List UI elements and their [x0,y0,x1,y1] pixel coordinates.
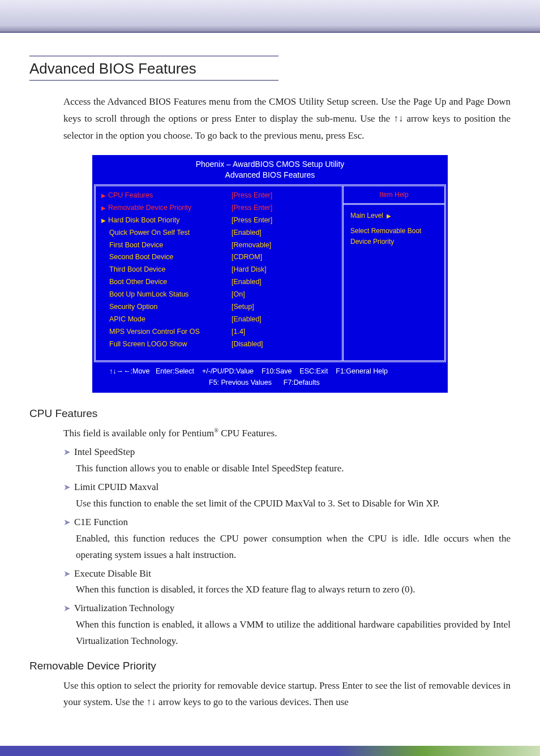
bullet-item: ➤Virtualization Technology [63,600,511,617]
bios-left-panel: ▶CPU Features[Press Enter]▶Removable Dev… [96,186,344,360]
bios-row-label-text: Boot Up NumLock Status [109,289,188,301]
bios-row-value: [Enabled] [232,313,342,326]
bios-row[interactable]: Boot Other Device[Enabled] [101,276,342,289]
bios-row-label: ▶Removable Device Priority [101,202,232,214]
bullet-description: When this function is disabled, it force… [76,582,511,598]
bios-row[interactable]: Boot Up NumLock Status[On] [101,289,342,301]
cpu-items-list: ➤Intel SpeedStepThis function allows you… [29,444,511,650]
bullet-label: Execute Disable Bit [74,566,151,582]
bios-body: ▶CPU Features[Press Enter]▶Removable Dev… [94,184,446,362]
bios-row-value: [Press Enter] [232,190,342,202]
bios-row-value: [Press Enter] [232,214,342,227]
bios-row-label-text: APIC Mode [109,313,145,326]
chevron-right-icon: ➤ [63,480,71,496]
bios-title-line2: Advanced BIOS Features [225,170,315,179]
bios-help-body: Main Level ▶ Select Removable Boot Devic… [344,205,444,254]
triangle-right-icon: ▶ [101,216,106,226]
bios-row[interactable]: APIC Mode[Enabled] [101,313,342,326]
triangle-right-icon: ▶ [101,203,106,213]
bios-row-label-text: MPS Version Control For OS [109,326,200,338]
bios-footer-line1: ↑↓→←:Move Enter:Select +/-/PU/PD:Value F… [109,366,442,377]
bullet-item: ➤Limit CPUID Maxval [63,479,511,496]
bios-help-main-level: Main Level ▶ [350,211,438,221]
bullet-label: Intel SpeedStep [74,444,135,461]
bullet-label: Virtualization Technology [74,600,174,617]
bullet-label: C1E Function [74,514,128,531]
triangle-right-icon: ▶ [387,212,391,221]
registered-icon: ® [214,428,218,434]
chevron-right-icon: ➤ [63,567,71,582]
triangle-right-icon: ▶ [101,191,106,201]
bios-row-value: [Setup] [232,301,342,313]
bios-row-label: APIC Mode [101,313,232,326]
bios-footer-line2: F5: Previous Values F7:Defaults [209,377,442,388]
bios-row-label: Boot Up NumLock Status [101,289,232,301]
bios-help-panel: Item Help Main Level ▶ Select Removable … [344,186,444,360]
bios-screen: Phoenix – AwardBIOS CMOS Setup Utility A… [91,154,449,394]
bios-help-main-label: Main Level [350,211,383,221]
bios-row-label: Boot Other Device [101,276,232,289]
bios-row-value: [Enabled] [232,276,342,289]
bullet-description: Use this function to enable the set limi… [76,496,511,512]
section-rule-icon [29,55,278,57]
bios-footer: ↑↓→←:Move Enter:Select +/-/PU/PD:Value F… [92,362,448,393]
cpu-intro-post: CPU Features. [218,428,277,439]
intro-paragraph: Access the Advanced BIOS Features menu f… [63,93,511,144]
chevron-right-icon: ➤ [63,445,71,461]
bios-row[interactable]: MPS Version Control For OS[1.4] [101,326,342,338]
bios-row-value: [Enabled] [232,227,342,239]
bios-row-label: Third Boot Device [101,264,232,276]
bios-title-line1: Phoenix – AwardBIOS CMOS Setup Utility [196,160,345,169]
cpu-features-heading: CPU Features [29,407,511,420]
bullet-description: This function allows you to enable or di… [76,461,511,477]
chevron-right-icon: ➤ [63,516,71,531]
bios-row[interactable]: Second Boot Device[CDROM] [101,251,342,264]
bios-row[interactable]: Third Boot Device[Hard Disk] [101,264,342,276]
cpu-features-intro: This field is available only for Pentium… [63,426,511,442]
bios-row[interactable]: First Boot Device[Removable] [101,239,342,252]
bios-row-label: ▶CPU Features [101,190,232,202]
chevron-right-icon: ➤ [63,602,71,617]
bios-row-label: Quick Power On Self Test [101,227,232,239]
bios-help-desc: Select Removable Boot Device Priority [350,226,438,247]
bios-row[interactable]: ▶CPU Features[Press Enter] [101,190,342,202]
bios-row-label-text: Second Boot Device [109,251,173,264]
cpu-intro-pre: This field is available only for Pentium [63,428,214,439]
bios-row-value: [On] [232,289,342,301]
bios-row[interactable]: ▶Hard Disk Boot Priority[Press Enter] [101,214,342,227]
bullet-item: ➤C1E Function [63,514,511,531]
bios-row-label-text: Hard Disk Boot Priority [108,214,179,227]
bios-row[interactable]: ▶Removable Device Priority[Press Enter] [101,202,342,214]
bullet-item: ➤Intel SpeedStep [63,444,511,461]
bios-row-label-text: Security Option [109,301,157,313]
bios-row-label-text: Boot Other Device [109,276,167,289]
bios-row-value: [Hard Disk] [232,264,342,276]
bios-row-label-text: CPU Features [108,190,153,202]
bios-row-label-text: Full Screen LOGO Show [109,338,187,351]
bios-title: Phoenix – AwardBIOS CMOS Setup Utility A… [92,155,448,184]
bullet-description: When this function is enabled, it allows… [76,617,511,650]
bios-row-value: [Removable] [232,239,342,252]
removable-desc: Use this option to select the priority f… [63,678,511,711]
bios-row[interactable]: Quick Power On Self Test[Enabled] [101,227,342,239]
bios-row-label-text: Third Boot Device [109,264,165,276]
bios-row-label: ▶Hard Disk Boot Priority [101,214,232,227]
bios-row[interactable]: Full Screen LOGO Show[Disabled] [101,338,342,351]
page-content: Advanced BIOS Features Access the Advanc… [0,33,540,711]
bios-row-label: Full Screen LOGO Show [101,338,232,351]
page-footer-bar [0,746,540,756]
bios-row-label: Security Option [101,301,232,313]
bios-row-value: [1.4] [232,326,342,338]
bios-row[interactable]: Security Option[Setup] [101,301,342,313]
bios-help-title: Item Help [344,186,444,205]
bios-row-value: [Press Enter] [232,202,342,214]
bullet-label: Limit CPUID Maxval [74,479,158,496]
bios-row-label-text: Removable Device Priority [108,202,191,214]
bios-row-value: [CDROM] [232,251,342,264]
bios-row-label-text: Quick Power On Self Test [109,227,190,239]
bullet-description: Enabled, this function reduces the CPU p… [76,531,511,564]
bios-row-label: First Boot Device [101,239,232,252]
bios-row-label-text: First Boot Device [109,239,163,252]
page-header-bar [0,0,540,33]
bios-row-label: MPS Version Control For OS [101,326,232,338]
